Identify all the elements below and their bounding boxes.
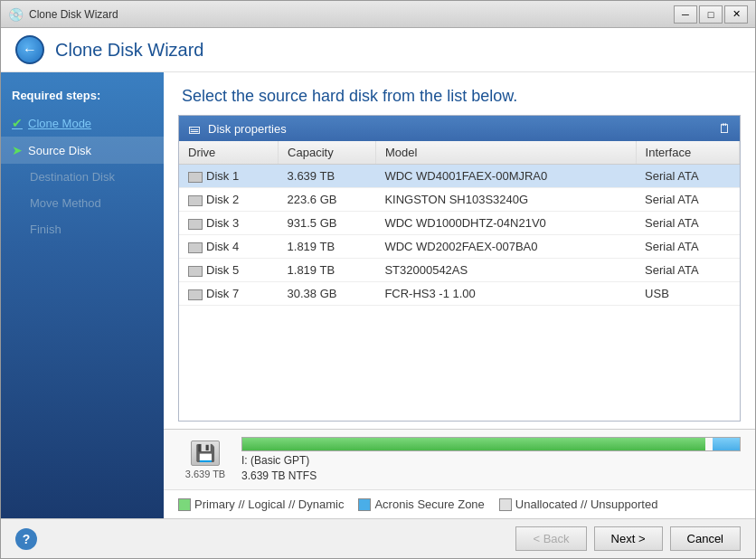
hdd-icon: 🖴 — [188, 121, 201, 136]
cell-model: FCR-HS3 -1 1.00 — [375, 282, 636, 306]
table-row[interactable]: Disk 7 30.38 GB FCR-HS3 -1 1.00 USB — [179, 282, 740, 306]
panel-title: Disk properties — [208, 122, 287, 136]
disk-bar-fill — [242, 438, 705, 450]
disk-info-label: I: (Basic GPT) — [241, 454, 741, 467]
disk-info-sublabel: 3.639 TB NTFS — [241, 469, 741, 482]
close-button[interactable]: ✕ — [724, 5, 748, 24]
sidebar-header: Required steps: — [1, 81, 164, 109]
cell-model: WDC WD1000DHTZ-04N21V0 — [375, 212, 636, 235]
legend-primary: Primary // Logical // Dynamic — [178, 497, 344, 511]
cell-interface: Serial ATA — [636, 212, 739, 235]
sidebar-item-move-method: Move Method — [1, 190, 164, 216]
cell-capacity: 1.819 TB — [279, 235, 376, 259]
disk-panel: 🖴 Disk properties 🗒 Drive Capacity Model… — [178, 115, 741, 422]
table-row[interactable]: Disk 4 1.819 TB WDC WD2002FAEX-007BA0 Se… — [179, 235, 740, 259]
disk-size-label: 3.639 TB — [185, 469, 225, 479]
sidebar-item-label: Source Disk — [28, 144, 91, 157]
arrow-icon: ➤ — [12, 143, 23, 157]
disk-bar-end — [713, 438, 740, 450]
cell-model: ST32000542AS — [375, 259, 636, 282]
sidebar-item-finish: Finish — [1, 216, 164, 242]
help-button[interactable]: ? — [15, 528, 37, 550]
legend-acronis: Acronis Secure Zone — [358, 497, 484, 511]
sidebar-item-clone-mode[interactable]: ✔ Clone Mode — [1, 109, 164, 137]
app-title: Clone Disk Wizard — [55, 40, 203, 61]
back-button[interactable]: < Back — [515, 526, 586, 551]
titlebar: 💿 Clone Disk Wizard ─ □ ✕ — [1, 1, 755, 28]
cell-capacity: 3.639 TB — [279, 165, 376, 188]
disk-table-wrapper: Drive Capacity Model Interface Disk 1 3.… — [179, 141, 740, 421]
disk-thumb-icon: 💾 — [191, 441, 220, 466]
legend: Primary // Logical // Dynamic Acronis Se… — [164, 489, 755, 518]
legend-box-primary — [178, 498, 191, 511]
cell-interface: USB — [636, 282, 739, 306]
col-drive: Drive — [179, 141, 279, 165]
disk-bar — [241, 437, 741, 451]
cell-interface: Serial ATA — [636, 165, 739, 188]
disk-bar-container: I: (Basic GPT) 3.639 TB NTFS — [241, 437, 741, 482]
next-button[interactable]: Next > — [594, 526, 663, 551]
disk-panel-header-left: 🖴 Disk properties — [188, 121, 287, 136]
cell-drive: Disk 7 — [179, 282, 279, 306]
cell-model: WDC WD2002FAEX-007BA0 — [375, 235, 636, 259]
table-row[interactable]: Disk 5 1.819 TB ST32000542AS Serial ATA — [179, 259, 740, 282]
cell-drive: Disk 4 — [179, 235, 279, 259]
sidebar: Required steps: ✔ Clone Mode ➤ Source Di… — [1, 72, 164, 518]
main-wrapper: Required steps: ✔ Clone Mode ➤ Source Di… — [1, 72, 755, 518]
cell-capacity: 931.5 GB — [279, 212, 376, 235]
cell-drive: Disk 5 — [179, 259, 279, 282]
col-interface: Interface — [636, 141, 739, 165]
legend-unalloc: Unallocated // Unsupported — [499, 497, 658, 511]
footer: ? < Back Next > Cancel — [1, 518, 755, 558]
cell-drive: Disk 1 — [179, 165, 279, 188]
disk-panel-header: 🖴 Disk properties 🗒 — [179, 116, 740, 141]
back-nav-button[interactable]: ← — [15, 35, 44, 64]
content-area: Select the source hard disk from the lis… — [164, 72, 755, 518]
cancel-button[interactable]: Cancel — [670, 526, 741, 551]
minimize-button[interactable]: ─ — [674, 5, 697, 24]
sidebar-item-label: Finish — [30, 223, 61, 236]
disk-table: Drive Capacity Model Interface Disk 1 3.… — [179, 141, 740, 306]
col-capacity: Capacity — [279, 141, 376, 165]
cell-interface: Serial ATA — [636, 235, 739, 259]
titlebar-left: 💿 Clone Disk Wizard — [8, 7, 118, 22]
checkmark-icon: ✔ — [12, 116, 23, 130]
sidebar-item-label: Clone Mode — [28, 117, 91, 130]
footer-right: < Back Next > Cancel — [515, 526, 741, 551]
sidebar-item-source-disk[interactable]: ➤ Source Disk — [1, 137, 164, 164]
cell-drive: Disk 2 — [179, 188, 279, 212]
table-row[interactable]: Disk 1 3.639 TB WDC WD4001FAEX-00MJRA0 S… — [179, 165, 740, 188]
sidebar-item-label: Destination Disk — [30, 170, 115, 184]
table-row[interactable]: Disk 3 931.5 GB WDC WD1000DHTZ-04N21V0 S… — [179, 212, 740, 235]
panel-menu-icon[interactable]: 🗒 — [718, 121, 731, 136]
app-icon: 💿 — [8, 7, 24, 22]
content-header: Select the source hard disk from the lis… — [164, 72, 755, 115]
col-model: Model — [375, 141, 636, 165]
cell-capacity: 1.819 TB — [279, 259, 376, 282]
table-header-row: Drive Capacity Model Interface — [179, 141, 740, 165]
cell-model: WDC WD4001FAEX-00MJRA0 — [375, 165, 636, 188]
disk-thumbnail: 💾 3.639 TB — [178, 441, 232, 479]
legend-box-unalloc — [499, 498, 512, 511]
legend-label-primary: Primary // Logical // Dynamic — [194, 497, 344, 511]
cell-drive: Disk 3 — [179, 212, 279, 235]
legend-label-unalloc: Unallocated // Unsupported — [515, 497, 658, 511]
cell-interface: Serial ATA — [636, 188, 739, 212]
cell-interface: Serial ATA — [636, 259, 739, 282]
cell-model: KINGSTON SH103S3240G — [375, 188, 636, 212]
cell-capacity: 30.38 GB — [279, 282, 376, 306]
cell-capacity: 223.6 GB — [279, 188, 376, 212]
maximize-button[interactable]: □ — [699, 5, 723, 24]
sidebar-item-label: Move Method — [30, 196, 101, 210]
legend-box-acronis — [358, 498, 371, 511]
app-header: ← Clone Disk Wizard — [1, 28, 755, 72]
hdd-small-icon: 💾 — [195, 443, 215, 463]
sidebar-item-destination-disk: Destination Disk — [1, 164, 164, 190]
legend-label-acronis: Acronis Secure Zone — [374, 497, 484, 511]
titlebar-buttons: ─ □ ✕ — [674, 5, 748, 24]
footer-left: ? — [15, 528, 37, 550]
titlebar-title: Clone Disk Wizard — [29, 8, 118, 21]
disk-bottom: 💾 3.639 TB I: (Basic GPT) 3.639 TB NTFS — [164, 429, 755, 489]
table-row[interactable]: Disk 2 223.6 GB KINGSTON SH103S3240G Ser… — [179, 188, 740, 212]
